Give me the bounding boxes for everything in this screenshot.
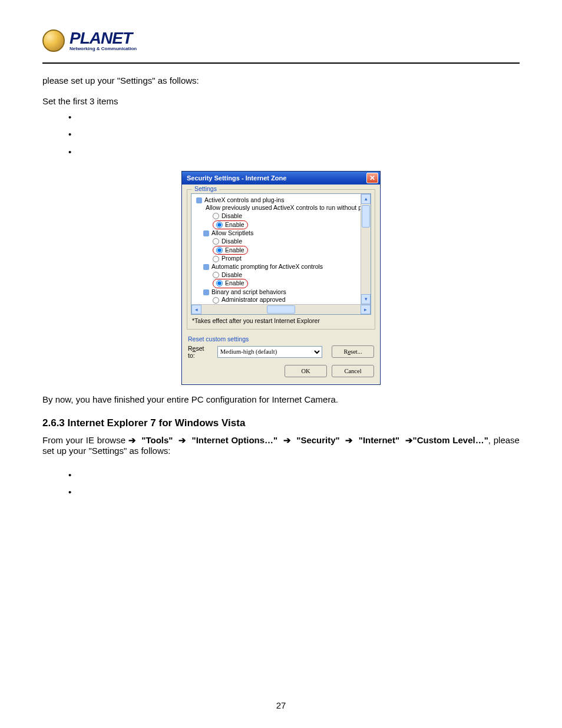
gear-icon bbox=[203, 230, 209, 236]
reset-to-label: Reset to: bbox=[188, 345, 213, 359]
set-first-3: Set the first 3 items bbox=[42, 96, 520, 106]
radio-enable[interactable] bbox=[216, 280, 223, 286]
radio-label: Disable bbox=[222, 212, 242, 220]
dialog-titlebar[interactable]: Security Settings - Internet Zone ✕ bbox=[182, 172, 380, 185]
after-dialog-text: By now, you have finished your entire PC… bbox=[42, 394, 520, 404]
radio-label: Prompt bbox=[222, 255, 242, 263]
header-rule bbox=[42, 62, 520, 64]
page-number: 27 bbox=[0, 700, 562, 710]
radio-label: Disable bbox=[222, 238, 242, 246]
radio-label: Enable bbox=[225, 246, 244, 255]
intro-text: please set up your "Settings" as follows… bbox=[42, 75, 520, 85]
arrow-icon: ➔ bbox=[283, 435, 291, 445]
settings-groupbox: Settings ActiveX controls and plug-ins A… bbox=[187, 189, 375, 330]
scroll-thumb[interactable] bbox=[267, 305, 295, 314]
gear-icon bbox=[203, 289, 209, 295]
radio-label: Enable bbox=[225, 221, 244, 229]
ok-button[interactable]: OK bbox=[285, 365, 327, 377]
dialog-title: Security Settings - Internet Zone bbox=[187, 174, 286, 182]
nav-path-text: From your IE browse ➔ "Tools" ➔ "Interne… bbox=[42, 435, 520, 456]
arrow-icon: ➔ bbox=[128, 435, 136, 445]
tree-node: Automatic prompting for ActiveX controls bbox=[211, 263, 323, 271]
scroll-up-icon[interactable]: ▴ bbox=[361, 194, 371, 204]
radio-disable[interactable] bbox=[213, 238, 219, 245]
tree-node: Allow previously unused ActiveX controls… bbox=[206, 204, 371, 212]
tree-node: Allow Scriptlets bbox=[211, 229, 253, 238]
security-settings-dialog: Security Settings - Internet Zone ✕ Sett… bbox=[181, 171, 381, 385]
tree-node: Binary and script behaviors bbox=[211, 288, 286, 297]
radio-disable[interactable] bbox=[213, 213, 219, 219]
radio-label: Enable bbox=[225, 279, 244, 288]
empty-bullets-1 bbox=[68, 108, 520, 160]
cancel-button[interactable]: Cancel bbox=[332, 365, 374, 377]
radio-enable[interactable] bbox=[216, 222, 223, 228]
arrow-icon: ➔ bbox=[178, 435, 186, 445]
logo-name: PLANET bbox=[70, 30, 137, 47]
reset-button[interactable]: Reset... bbox=[332, 345, 374, 358]
horizontal-scrollbar[interactable]: ◂ ▸ bbox=[191, 304, 371, 314]
scroll-right-icon[interactable]: ▸ bbox=[361, 305, 371, 314]
close-icon[interactable]: ✕ bbox=[366, 173, 378, 183]
scroll-thumb[interactable] bbox=[362, 205, 370, 228]
scroll-left-icon[interactable]: ◂ bbox=[191, 305, 201, 314]
radio-prompt[interactable] bbox=[213, 256, 219, 262]
reset-section-title: Reset custom settings bbox=[188, 335, 374, 342]
logo: PLANET Networking & Communication bbox=[42, 29, 520, 52]
arrow-icon: ➔ bbox=[345, 435, 353, 445]
radio-label: Administrator approved bbox=[222, 296, 286, 304]
gear-icon bbox=[196, 197, 202, 203]
vertical-scrollbar[interactable]: ▴ ▾ bbox=[361, 194, 371, 304]
empty-bullets-2 bbox=[68, 466, 520, 501]
scroll-down-icon[interactable]: ▾ bbox=[361, 294, 371, 304]
gear-icon bbox=[203, 264, 209, 270]
groupbox-title: Settings bbox=[192, 185, 219, 192]
radio-disable[interactable] bbox=[213, 272, 219, 278]
arrow-icon: ➔ bbox=[405, 435, 413, 445]
tree-root: ActiveX controls and plug-ins bbox=[204, 196, 284, 205]
logo-globe-icon bbox=[42, 29, 65, 52]
settings-tree[interactable]: ActiveX controls and plug-ins Allow prev… bbox=[191, 193, 371, 315]
radio-enable[interactable] bbox=[216, 247, 223, 253]
restart-note: *Takes effect after you restart Internet… bbox=[192, 317, 371, 324]
logo-tagline: Networking & Communication bbox=[70, 47, 137, 51]
radio-label: Disable bbox=[222, 271, 242, 279]
section-heading: 2.6.3 Internet Explorer 7 for Windows Vi… bbox=[42, 417, 520, 429]
reset-level-combo[interactable]: Medium-high (default) bbox=[217, 346, 322, 358]
radio-admin[interactable] bbox=[213, 297, 219, 304]
